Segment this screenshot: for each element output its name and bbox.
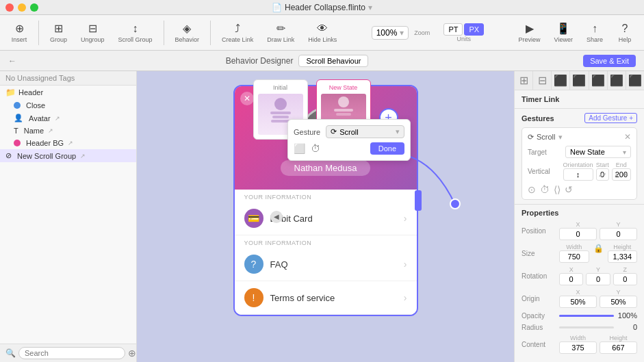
- tab-top[interactable]: ⬛: [608, 71, 626, 90]
- add-tag-icon[interactable]: ⊕: [128, 348, 136, 359]
- close-window-btn[interactable]: [5, 3, 14, 12]
- loop-icon[interactable]: ↺: [565, 184, 573, 195]
- toolbar-center: 100% ▾ Zoom PT PX Units: [345, 23, 510, 42]
- preview-tool[interactable]: ▶ Preview: [513, 19, 546, 46]
- search-input[interactable]: [18, 347, 125, 359]
- layer-scroll-group[interactable]: ⊘ New Scroll Group ↗: [0, 149, 136, 162]
- tab-align[interactable]: ⊞: [515, 71, 533, 90]
- list-item-debit[interactable]: 💳 Debit Card ›: [235, 202, 417, 235]
- rot-y-input[interactable]: 0: [586, 273, 610, 285]
- minimize-window-btn[interactable]: [18, 3, 26, 12]
- timer-icon[interactable]: ⏱: [540, 184, 550, 195]
- create-link-tool[interactable]: ⤴ Create Link: [216, 20, 259, 46]
- group-tool[interactable]: ⊞ Group: [44, 19, 73, 46]
- window-title: 📄 Header Collapse.flinto ▾: [272, 3, 372, 12]
- end-up-arrow[interactable]: ▲: [614, 172, 619, 178]
- lock-icon[interactable]: 🔒: [592, 244, 605, 263]
- layer-avatar[interactable]: 👤 Avatar ↗: [0, 112, 136, 125]
- main-toolbar: ⊕ Insert ⊞ Group ⊟ Ungroup ↕ Scroll Grou…: [0, 15, 644, 51]
- rot-z-input[interactable]: 0: [613, 273, 637, 285]
- divider-1: [38, 21, 39, 45]
- end-down-arrow[interactable]: ▼: [623, 172, 629, 178]
- list-item-faq[interactable]: ? FAQ ›: [235, 248, 417, 281]
- section-label-1: YOUR INFORMATION: [235, 190, 417, 202]
- end-input[interactable]: ▲ 200 ▼: [612, 168, 631, 181]
- px-unit-btn[interactable]: PX: [464, 23, 484, 36]
- content-width-input[interactable]: 375: [559, 341, 597, 354]
- resize-handle[interactable]: [415, 190, 422, 211]
- create-link-icon: ⤴: [235, 23, 240, 35]
- timer-gesture-icon[interactable]: ⏱: [311, 143, 320, 154]
- record-icon[interactable]: ⊙: [528, 184, 536, 195]
- viewer-icon: 📱: [556, 22, 570, 35]
- target-select[interactable]: New State ▾: [565, 146, 631, 158]
- radius-slider[interactable]: 0: [559, 323, 637, 331]
- terms-icon: !: [244, 288, 263, 307]
- tab-right[interactable]: ⬛: [589, 71, 608, 90]
- maximize-window-btn[interactable]: [30, 3, 38, 12]
- hide-links-tool[interactable]: 👁 Hide Links: [302, 20, 342, 46]
- faq-text: FAQ: [270, 259, 404, 270]
- start-down-arrow[interactable]: ▼: [602, 172, 607, 178]
- behavior-tool[interactable]: ◈ Behavior: [170, 19, 205, 46]
- scroll-gesture-box: ⟳ Scroll ▾ ✕ Target New State ▾ V: [521, 127, 637, 200]
- add-gesture-button[interactable]: Add Gesture +: [584, 113, 637, 123]
- behavior-bar: ← Behavior Designer Scroll Behaviour Sav…: [0, 51, 644, 71]
- zoom-control[interactable]: 100% ▾: [372, 26, 409, 40]
- ungroup-icon: ⊟: [88, 22, 97, 35]
- size-width-field: Width 750: [559, 244, 589, 263]
- pos-y-field: Y 0: [600, 221, 637, 240]
- insert-tool[interactable]: ⊕ Insert: [5, 19, 33, 46]
- behavior-bar-center: Behavior Designer Scroll Behaviour: [22, 55, 572, 67]
- opacity-slider[interactable]: 100%: [559, 311, 637, 320]
- draw-link-tool[interactable]: ✏ Draw Link: [261, 19, 300, 46]
- ease-icon[interactable]: ⟨⟩: [554, 184, 561, 195]
- insert-icon: ⊕: [15, 22, 24, 35]
- size-width-input[interactable]: 750: [559, 250, 589, 263]
- share-tool[interactable]: ↑ Share: [581, 20, 608, 46]
- position-row: Position X 0 Y 0: [521, 221, 637, 240]
- scroll-gesture-name: ⟳ Scroll ▾: [528, 133, 563, 142]
- rot-x-input[interactable]: 0: [559, 273, 583, 285]
- done-button[interactable]: Done: [370, 142, 404, 155]
- content-height-input[interactable]: 667: [600, 341, 637, 354]
- layer-name[interactable]: T Name ↗: [0, 125, 136, 137]
- save-exit-button[interactable]: Save & Exit: [583, 55, 636, 67]
- rot-y-field: Y 0: [586, 266, 610, 285]
- units-control: PT PX Units: [443, 23, 484, 42]
- gesture-select[interactable]: ⟳ Scroll ▾: [326, 125, 404, 138]
- start-input[interactable]: ▲ 0 ▼: [596, 168, 609, 181]
- origin-y-input[interactable]: 50%: [600, 296, 637, 308]
- vertical-row: Vertical Orientation ↕ Start ▲: [528, 161, 631, 181]
- viewer-tool[interactable]: 📱 Viewer: [549, 19, 578, 46]
- tab-distribute[interactable]: ⊟: [533, 71, 552, 90]
- scroll-group-tool[interactable]: ↕ Scroll Group: [113, 20, 158, 46]
- radius-row: Radius 0: [521, 323, 637, 331]
- pos-x-input[interactable]: 0: [559, 228, 597, 240]
- debit-card-text: Debit Card: [270, 214, 404, 224]
- pos-y-input[interactable]: 0: [600, 228, 637, 240]
- layer-close[interactable]: Close: [0, 99, 136, 112]
- ungroup-tool[interactable]: ⊟ Ungroup: [75, 19, 110, 46]
- layer-header[interactable]: 📁 Header: [0, 86, 136, 99]
- help-tool[interactable]: ? Help: [611, 20, 639, 46]
- layer-header-bg[interactable]: Header BG ↗: [0, 137, 136, 149]
- origin-x-input[interactable]: 50%: [559, 296, 597, 308]
- tab-left[interactable]: ⬛: [552, 71, 570, 90]
- debit-card-icon: 💳: [244, 209, 263, 228]
- gesture-close-btn[interactable]: ✕: [624, 132, 631, 142]
- collapse-panel-btn[interactable]: ◀: [270, 211, 283, 223]
- canvas-area: Initial New State: [137, 71, 514, 362]
- tab-middle[interactable]: ⬛: [626, 71, 644, 90]
- phone-content: YOUR INFORMATION 💳 Debit Card › YOUR INF…: [235, 190, 417, 315]
- orientation-input[interactable]: ↕: [563, 168, 593, 181]
- size-height-input[interactable]: 1,334: [608, 250, 638, 263]
- draw-link-icon: ✏: [276, 22, 285, 35]
- behavior-back-icon[interactable]: ←: [8, 56, 16, 66]
- tab-center[interactable]: ⬛: [570, 71, 589, 90]
- pt-unit-btn[interactable]: PT: [443, 23, 463, 36]
- select-caret: ▾: [396, 127, 400, 136]
- target-caret: ▾: [623, 148, 626, 156]
- preview-gesture-icon[interactable]: ⬜: [294, 143, 305, 154]
- list-item-terms[interactable]: ! Terms of service ›: [235, 281, 417, 315]
